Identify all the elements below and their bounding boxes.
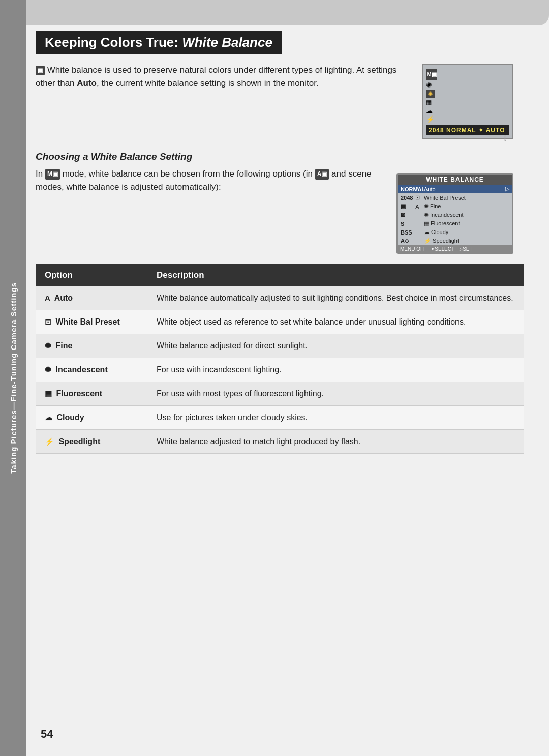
option-speedlight: ⚡ Speedlight bbox=[36, 430, 147, 454]
table-row: A Auto White balance automatically adjus… bbox=[36, 286, 524, 310]
table-row: ⚡ Speedlight White balance adjusted to m… bbox=[36, 430, 524, 454]
lcd-sun-icon: ✺ bbox=[426, 81, 432, 89]
wb-menu-item-fluorescent: S ▦ Fluorescent bbox=[398, 219, 512, 228]
camera-icon: ▣ bbox=[36, 66, 45, 75]
mode-icon-1: M▣ bbox=[45, 169, 60, 180]
wb-menu-item-auto: NORMAL A Auto ▷ bbox=[398, 185, 512, 193]
wb-menu-footer: MENU OFF ✦SELECT ▷SET bbox=[398, 245, 512, 253]
table-row: ✺ Fine White balance adjusted for direct… bbox=[36, 334, 524, 358]
option-incandescent: ✺ Incandescent bbox=[36, 358, 147, 382]
lcd-row-4: ▦ bbox=[426, 99, 432, 106]
option-auto: A Auto bbox=[36, 286, 147, 310]
wb-menu-item-incandescent: ⊠ ✺ Incandescent bbox=[398, 211, 512, 219]
lcd-row-2: ✺ bbox=[426, 81, 432, 89]
desc-auto: White balance automatically adjusted to … bbox=[147, 286, 524, 310]
title-bar: Keeping Colors True: White Balance bbox=[36, 31, 282, 54]
table-row: ⊡ White Bal Preset White object used as … bbox=[36, 310, 524, 334]
desc-fine: White balance adjusted for direct sunlig… bbox=[147, 334, 524, 358]
desc-fluorescent: For use with most types of fluorescent l… bbox=[147, 382, 524, 406]
table-header-option: Option bbox=[36, 264, 147, 286]
table-header-description: Description bbox=[147, 264, 524, 286]
option-fluorescent: ▦ Fluorescent bbox=[36, 382, 147, 406]
lcd-display: M▣ ✺ ✺ ▦ ☁ ⚡ bbox=[422, 64, 513, 139]
desc-cloudy: Use for pictures taken under cloudy skie… bbox=[147, 406, 524, 430]
lcd-bottom-text: 2048 NORMAL ✦ AUTO bbox=[429, 127, 505, 134]
desc-preset: White object used as reference to set wh… bbox=[147, 310, 524, 334]
lcd-icons: M▣ ✺ ✺ ▦ ☁ ⚡ bbox=[426, 69, 509, 123]
content-area: Keeping Colors True: White Balance ▣ Whi… bbox=[36, 31, 524, 725]
top-bar bbox=[26, 0, 549, 25]
wb-menu-title: WHITE BALANCE bbox=[398, 175, 512, 185]
fine-icon: ✺ bbox=[45, 341, 51, 350]
title-section: Keeping Colors True: White Balance bbox=[36, 31, 524, 54]
fluorescent-icon: ▦ bbox=[45, 389, 52, 398]
desc-incandescent: For use with incandescent lighting. bbox=[147, 358, 524, 382]
preset-icon: ⊡ bbox=[45, 317, 51, 326]
lcd-cloud-icon: ☁ bbox=[426, 107, 433, 114]
lcd-mode-icon: M▣ bbox=[426, 69, 437, 80]
table-row: ☁ Cloudy Use for pictures taken under cl… bbox=[36, 406, 524, 430]
wb-table: Option Description A Auto White balance … bbox=[36, 264, 524, 454]
lcd-row-3: ✺ bbox=[426, 90, 435, 98]
wb-menu: WHITE BALANCE NORMAL A Auto ▷ 2048 ⊡ Whi… bbox=[396, 173, 513, 254]
wb-menu-item-speedlight: A◇ ⚡ Speedlight bbox=[398, 237, 512, 245]
wb-menu-item-fine: ▣ A ✺ Fine bbox=[398, 202, 512, 211]
lcd-row-1: M▣ bbox=[426, 69, 437, 80]
lcd-wb-icon: ✺ bbox=[426, 90, 435, 98]
camera-preview: M▣ ✺ ✺ ▦ ☁ ⚡ bbox=[422, 64, 524, 141]
page-title: Keeping Colors True: White Balance bbox=[45, 35, 272, 50]
option-preset: ⊡ White Bal Preset bbox=[36, 310, 147, 334]
side-tab: Taking Pictures—Fine-Tuning Camera Setti… bbox=[0, 0, 26, 756]
intro-text: ▣ White balance is used to preserve natu… bbox=[36, 64, 407, 141]
lcd-flash-icon: ⚡ bbox=[426, 115, 434, 123]
wb-menu-item-preset: 2048 ⊡ White Bal Preset bbox=[398, 193, 512, 202]
lcd-bottom-bar: 2048 NORMAL ✦ AUTO [ bbox=[426, 125, 509, 135]
page-number: 54 bbox=[41, 728, 53, 741]
option-cloudy: ☁ Cloudy bbox=[36, 406, 147, 430]
speedlight-icon: ⚡ bbox=[45, 437, 54, 446]
body-text: In M▣ mode, white balance can be chosen … bbox=[36, 167, 381, 245]
table-row: ▦ Fluorescent For use with most types of… bbox=[36, 382, 524, 406]
incandescent-icon: ✺ bbox=[45, 365, 51, 374]
option-fine: ✺ Fine bbox=[36, 334, 147, 358]
body-section: In M▣ mode, white balance can be chosen … bbox=[36, 167, 524, 254]
intro-section: ▣ White balance is used to preserve natu… bbox=[36, 64, 524, 141]
cloudy-icon: ☁ bbox=[45, 413, 52, 422]
lcd-row-5: ☁ bbox=[426, 107, 433, 114]
lcd-fluor-icon: ▦ bbox=[426, 99, 432, 106]
table-row: ✺ Incandescent For use with incandescent… bbox=[36, 358, 524, 382]
lcd-row-6: ⚡ bbox=[426, 115, 434, 123]
auto-icon: A bbox=[45, 294, 50, 302]
desc-speedlight: White balance adjusted to match light pr… bbox=[147, 430, 524, 454]
lcd-bracket: [ bbox=[504, 134, 507, 141]
wb-menu-item-cloudy: BSS ☁ Cloudy bbox=[398, 228, 512, 237]
wb-menu-container: WHITE BALANCE NORMAL A Auto ▷ 2048 ⊡ Whi… bbox=[396, 167, 524, 254]
subheading: Choosing a White Balance Setting bbox=[36, 151, 524, 162]
mode-icon-2: A▣ bbox=[315, 169, 329, 180]
side-tab-label: Taking Pictures—Fine-Tuning Camera Setti… bbox=[9, 282, 18, 474]
